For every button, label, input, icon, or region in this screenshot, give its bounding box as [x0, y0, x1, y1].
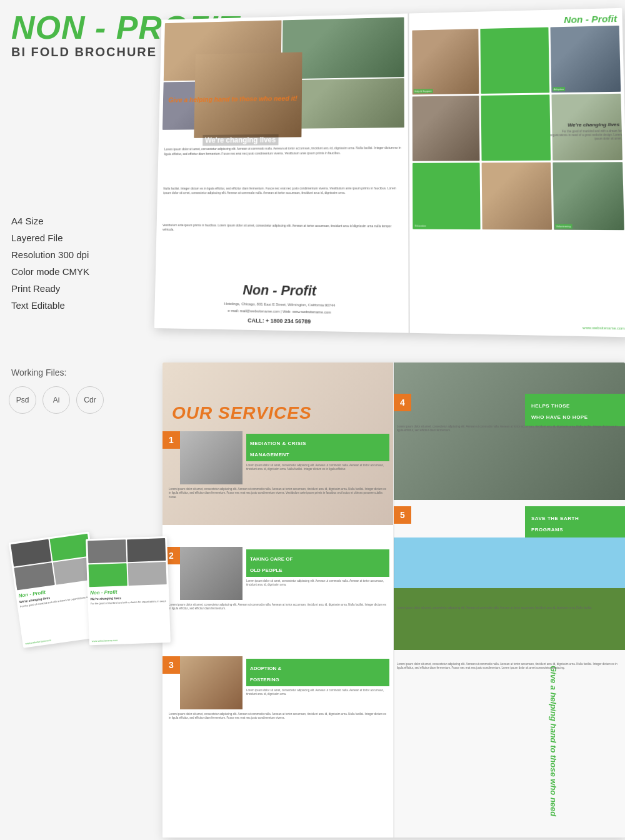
service-content-1: MEDIATION & CRISISMANAGEMENT Lorem ipsum…: [242, 431, 393, 484]
badge-cdr: Cdr: [76, 386, 104, 414]
service-item-2: 2 TAKING CARE OFOLD PEOPLE Lorem ipsum d…: [162, 547, 393, 600]
services-panel: OUR SERVICES 1 MEDIATION & CRISISMANAGEM…: [162, 362, 394, 838]
mini-cell: [11, 539, 51, 567]
right-number-4: 4: [394, 394, 411, 411]
grid-label: Help & Support: [413, 89, 432, 93]
grid-img: Adoption: [550, 26, 621, 92]
feature-item: Resolution 300 dpi: [11, 246, 89, 263]
grid-img: [412, 96, 479, 162]
service-img-1: [180, 431, 242, 484]
right-image-grid: Help & Support Adoption Education Volunt…: [412, 26, 624, 230]
service-title-bar-1: MEDIATION & CRISISMANAGEMENT: [246, 434, 389, 461]
service-3-extra-text: Lorem ipsum dolor sit amet, consectetur …: [169, 712, 387, 721]
changing-lives: We're changing lives: [202, 134, 278, 146]
service-title-3: ADOPTION &FOSTERING: [250, 666, 281, 682]
brochure-left-panel: Give a helping hand to those who need it…: [154, 14, 408, 333]
right-desc: For the good of mankind and with a dream…: [549, 129, 622, 141]
helping-hand-vertical: Give a helping hand to those who need: [541, 666, 559, 791]
body-text-3: Vestibulum ante ipsum primis in faucibus…: [162, 223, 402, 233]
badge-psd: Psd: [9, 386, 36, 414]
service-item-3: 3 ADOPTION &FOSTERING Lorem ipsum dolor …: [162, 656, 393, 709]
brochure-right-panel: Non - Profit Help & Support Adoption Edu…: [408, 8, 625, 338]
mini-cell: [89, 563, 128, 587]
file-badges: Psd Ai Cdr: [9, 386, 104, 414]
helping-hand-text: Give a helping hand to those who need: [549, 666, 558, 816]
mini-grid-2: [86, 536, 169, 589]
service-desc-3: Lorem ipsum dolor sit amet, consectetur …: [246, 689, 389, 697]
mini-cell: [14, 562, 54, 590]
service-content-2: TAKING CARE OFOLD PEOPLE Lorem ipsum dol…: [242, 547, 393, 600]
grid-green: Education: [412, 163, 481, 229]
service-title-2: TAKING CARE OFOLD PEOPLE: [250, 556, 292, 573]
services-right-panel: 4 HELPS THOSEWHO HAVE NO HOPE Lorem ipsu…: [394, 362, 625, 838]
landscape-image: [394, 538, 625, 650]
right-panel-title: Non - Profit: [564, 13, 617, 25]
grid-img: Volunteering: [552, 162, 624, 231]
body-text-2: Nulla facilisi. Integer dictum ex in lig…: [163, 186, 401, 195]
feature-item: Layered File: [11, 229, 89, 246]
feature-item: Print Ready: [11, 280, 89, 297]
right-desc-4: Lorem ipsum dolor sit amet, consectetur …: [397, 425, 622, 433]
right-title-block-4: HELPS THOSEWHO HAVE NO HOPE: [525, 394, 625, 426]
mini-thumb-2: Non - Profit We're changing lives For th…: [86, 536, 171, 645]
right-changing-text: We're changing lives: [568, 122, 619, 128]
grid-img: [482, 162, 552, 230]
feature-item: A4 Size: [11, 212, 89, 229]
grid-label: Volunteering: [555, 224, 572, 228]
working-files-label: Working Files:: [11, 368, 66, 378]
service-content-3: ADOPTION &FOSTERING Lorem ipsum dolor si…: [242, 656, 393, 709]
service-desc-1: Lorem ipsum dolor sit amet, consectetur …: [246, 464, 389, 472]
mini-cell: [88, 539, 126, 563]
mini-thumbnails: Non - Profit We're changing lives For th…: [9, 538, 172, 644]
right-title-5: SAVE THE EARTHPROGRAMS: [531, 516, 579, 532]
service-item-1: 1 MEDIATION & CRISISMANAGEMENT Lorem ips…: [162, 431, 393, 484]
right-number-5: 5: [394, 506, 411, 524]
grid-green: [481, 94, 550, 161]
grid-label: Education: [414, 224, 428, 228]
service-desc-2: Lorem ipsum dolor sit amet, consectetur …: [246, 579, 389, 588]
mini-cell: [127, 538, 166, 562]
call-text: CALL: + 1800 234 56789: [154, 316, 408, 326]
right-website: www.websitename.com: [582, 326, 625, 331]
grid-img: Help & Support: [412, 29, 479, 94]
mini-thumb-content-2: Non - Profit We're changing lives For th…: [86, 536, 171, 645]
body-text: Lorem ipsum dolor sit amet, consectetur …: [164, 146, 402, 156]
service-title-1: MEDIATION & CRISISMANAGEMENT: [250, 441, 306, 458]
service-title-bar-3: ADOPTION &FOSTERING: [246, 659, 389, 686]
service-1-extra-text: Lorem ipsum dolor sit amet, consectetur …: [169, 488, 387, 499]
mini-web-2: www.websitename.com: [89, 639, 121, 643]
org-name: Non - Profit: [155, 281, 408, 301]
brochure-top-spread: Give a helping hand to those who need it…: [154, 8, 625, 338]
feature-item: Text Editable: [11, 297, 89, 314]
features-list: A4 Size Layered File Resolution 300 dpi …: [11, 212, 89, 314]
feature-item: Color mode CMYK: [11, 263, 89, 280]
mini-grid-1: [9, 531, 96, 592]
right-bottom-text: Lorem ipsum dolor sit amet, consectetur …: [397, 662, 622, 671]
right-title-block-5: SAVE THE EARTHPROGRAMS: [525, 506, 625, 539]
address-block: Non - Profit Hotelings, Chicago, 801 Eas…: [154, 281, 408, 327]
service-title-bar-2: TAKING CARE OFOLD PEOPLE: [246, 549, 389, 577]
brochure-bottom: OUR SERVICES 1 MEDIATION & CRISISMANAGEM…: [162, 362, 625, 838]
right-title-4: HELPS THOSEWHO HAVE NO HOPE: [531, 403, 588, 420]
badge-ai: Ai: [42, 386, 70, 414]
grid-label: Adoption: [552, 87, 566, 91]
service-img-2: [180, 547, 242, 600]
mini-cell: [128, 562, 166, 586]
services-title: OUR SERVICES: [172, 403, 312, 423]
service-number-1: 1: [162, 431, 180, 449]
service-img-3: [180, 656, 242, 709]
service-2-extra-text: Lorem ipsum dolor sit amet, consectetur …: [169, 603, 387, 611]
mini-cell: [49, 534, 90, 561]
service-number-3: 3: [162, 656, 180, 674]
right-desc-5: Lorem ipsum dolor sit amet, consectetur …: [397, 606, 622, 610]
grid-green: [480, 28, 549, 94]
mini-web-1: www.websitename.com: [22, 638, 54, 646]
